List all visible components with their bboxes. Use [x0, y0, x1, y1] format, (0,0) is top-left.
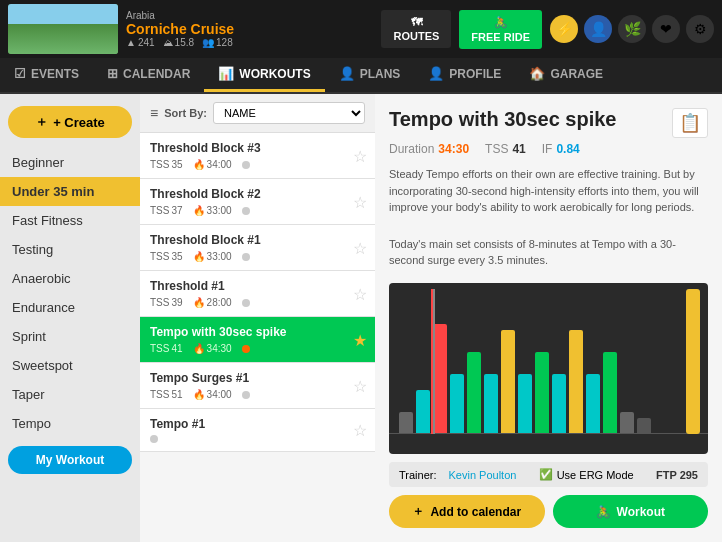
chart-bar	[569, 330, 583, 435]
workouts-icon: 📊	[218, 66, 234, 81]
profile-nav-icon: 👤	[428, 66, 444, 81]
nav-events[interactable]: ☑ EVENTS	[0, 58, 93, 92]
sidebar-item-under35[interactable]: Under 35 min	[0, 177, 140, 206]
star-button[interactable]: ☆	[353, 146, 367, 165]
star-button[interactable]: ☆	[353, 421, 367, 440]
location-stats: ▲ 241 ⛰ 15.8 👥 128	[126, 37, 373, 48]
nav-bar: ☑ EVENTS ⊞ CALENDAR 📊 WORKOUTS 👤 PLANS 👤…	[0, 58, 722, 94]
chart-bar	[535, 352, 549, 435]
star-button-active[interactable]: ★	[353, 330, 367, 349]
sidebar-item-fastfitness[interactable]: Fast Fitness	[0, 206, 140, 235]
garage-icon: 🏠	[529, 66, 545, 81]
if-value: 0.84	[556, 142, 579, 156]
location-name: Corniche Cruise	[126, 21, 373, 37]
chart-bar	[467, 352, 481, 435]
trainer-label: Trainer:	[399, 469, 437, 481]
heart-icon[interactable]: ❤	[652, 15, 680, 43]
trainer-bar: Trainer: Kevin Poulton ✅ Use ERG Mode FT…	[389, 462, 708, 487]
chart-bar	[501, 330, 515, 435]
trainer-name: Kevin Poulton	[449, 469, 517, 481]
erg-check-icon: ✅	[539, 468, 553, 481]
status-dot	[242, 299, 250, 307]
lightning-icon[interactable]: ⚡	[550, 15, 578, 43]
nav-garage[interactable]: 🏠 GARAGE	[515, 58, 617, 92]
location-subtitle: Arabia	[126, 10, 373, 21]
chart-bar	[518, 374, 532, 435]
main-content: ＋ + Create Beginner Under 35 min Fast Fi…	[0, 94, 722, 542]
detail-title: Tempo with 30sec spike	[389, 108, 617, 131]
top-bar: Arabia Corniche Cruise ▲ 241 ⛰ 15.8 👥 12…	[0, 0, 722, 58]
top-icons: ⚡ 👤 🌿 ❤ ⚙	[550, 15, 714, 43]
chart-bar	[399, 412, 413, 434]
my-workout-button[interactable]: My Workout	[8, 446, 132, 474]
routes-button[interactable]: 🗺 ROUTES	[381, 10, 451, 48]
sidebar-item-sweetspot[interactable]: Sweetspot	[0, 351, 140, 380]
list-item[interactable]: Threshold Block #3 TSS 35 🔥 34:00 ☆	[140, 133, 375, 179]
list-item-active[interactable]: Tempo with 30sec spike TSS 41 🔥 34:30 ★	[140, 317, 375, 363]
add-to-calendar-button[interactable]: ＋ Add to calendar	[389, 495, 545, 528]
sidebar-item-anaerobic[interactable]: Anaerobic	[0, 264, 140, 293]
workout-list-panel: ≡ Sort By: NAME Threshold Block #3 TSS 3…	[140, 94, 375, 542]
star-button[interactable]: ☆	[353, 238, 367, 257]
action-buttons: ＋ Add to calendar 🚴 Workout	[389, 495, 708, 528]
leaf-icon[interactable]: 🌿	[618, 15, 646, 43]
detail-description-1: Steady Tempo efforts on their own are ef…	[389, 166, 708, 216]
chart-bar	[586, 374, 600, 435]
chart-bar	[433, 324, 447, 434]
list-item[interactable]: Tempo Surges #1 TSS 51 🔥 34:00 ☆	[140, 363, 375, 409]
sort-bar: ≡ Sort By: NAME	[140, 94, 375, 133]
sidebar: ＋ + Create Beginner Under 35 min Fast Fi…	[0, 94, 140, 542]
nav-profile[interactable]: 👤 PROFILE	[414, 58, 515, 92]
profile-icon[interactable]: 👤	[584, 15, 612, 43]
settings-icon[interactable]: ⚙	[686, 15, 714, 43]
detail-header: Tempo with 30sec spike 📋	[389, 108, 708, 138]
plus-icon: ＋	[35, 113, 48, 131]
detail-meta: Duration 34:30 TSS 41 IF 0.84	[389, 142, 708, 156]
list-item[interactable]: Tempo #1 ☆	[140, 409, 375, 452]
star-button[interactable]: ☆	[353, 284, 367, 303]
location-info: Arabia Corniche Cruise ▲ 241 ⛰ 15.8 👥 12…	[126, 10, 373, 48]
status-dot	[242, 391, 250, 399]
detail-panel: Tempo with 30sec spike 📋 Duration 34:30 …	[375, 94, 722, 542]
sidebar-item-tempo[interactable]: Tempo	[0, 409, 140, 438]
chart-bar	[637, 418, 651, 435]
status-dot	[150, 435, 158, 443]
chart-bar	[416, 390, 430, 434]
freeride-button[interactable]: 🚴 FREE RIDE	[459, 10, 542, 49]
status-dot	[242, 207, 250, 215]
copy-button[interactable]: 📋	[672, 108, 708, 138]
routes-icon: 🗺	[411, 16, 422, 28]
sort-select[interactable]: NAME	[213, 102, 365, 124]
sidebar-item-taper[interactable]: Taper	[0, 380, 140, 409]
status-dot-orange	[242, 345, 250, 353]
status-dot	[242, 161, 250, 169]
detail-description-2: Today's main set consists of 8-minutes a…	[389, 236, 708, 269]
chart-bar	[603, 352, 617, 435]
erg-mode-toggle[interactable]: ✅ Use ERG Mode	[539, 468, 634, 481]
ftp-info: FTP 295	[656, 469, 698, 481]
chart-bar	[552, 374, 566, 435]
nav-plans[interactable]: 👤 PLANS	[325, 58, 415, 92]
workout-chart	[389, 283, 708, 455]
duration-value: 34:30	[438, 142, 469, 156]
star-button[interactable]: ☆	[353, 192, 367, 211]
plans-icon: 👤	[339, 66, 355, 81]
chart-baseline	[389, 433, 708, 434]
ftp-slider[interactable]	[686, 289, 700, 435]
sidebar-item-beginner[interactable]: Beginner	[0, 148, 140, 177]
star-button[interactable]: ☆	[353, 376, 367, 395]
nav-calendar[interactable]: ⊞ CALENDAR	[93, 58, 204, 92]
chart-marker-2	[433, 289, 435, 435]
sidebar-item-testing[interactable]: Testing	[0, 235, 140, 264]
create-button[interactable]: ＋ + Create	[8, 106, 132, 138]
nav-workouts[interactable]: 📊 WORKOUTS	[204, 58, 324, 92]
list-item[interactable]: Threshold Block #2 TSS 37 🔥 33:00 ☆	[140, 179, 375, 225]
list-item[interactable]: Threshold #1 TSS 39 🔥 28:00 ☆	[140, 271, 375, 317]
sidebar-item-sprint[interactable]: Sprint	[0, 322, 140, 351]
workout-button[interactable]: 🚴 Workout	[553, 495, 709, 528]
chart-bar	[484, 374, 498, 435]
sidebar-item-endurance[interactable]: Endurance	[0, 293, 140, 322]
list-item[interactable]: Threshold Block #1 TSS 35 🔥 33:00 ☆	[140, 225, 375, 271]
events-icon: ☑	[14, 66, 26, 81]
tss-value: 41	[512, 142, 525, 156]
